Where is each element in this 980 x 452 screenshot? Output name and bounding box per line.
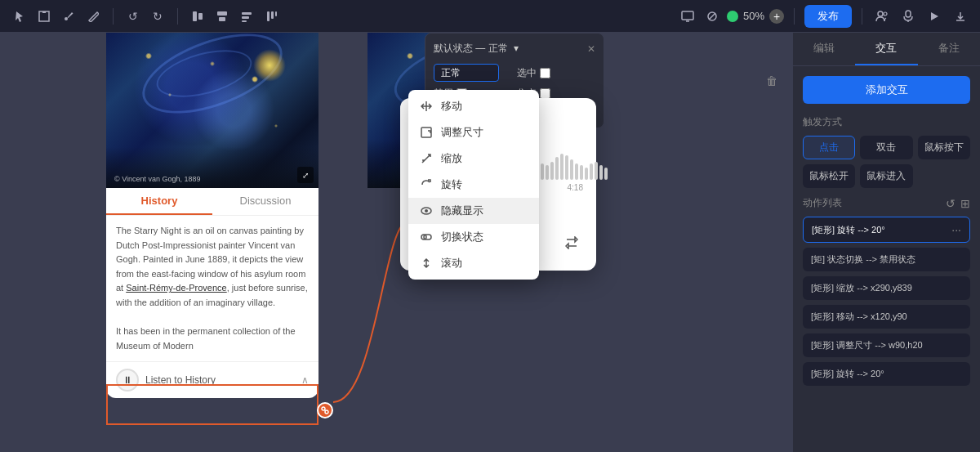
state-selected-item: 选中 (517, 64, 595, 82)
expand-button[interactable]: ⤢ (297, 167, 314, 183)
trigger-mouse-enter[interactable]: 鼠标进入 (860, 164, 912, 188)
sidebar-tabs: 编辑 交互 备注 (793, 33, 980, 66)
action-label-2: [矩形] 缩放 --> x290,y839 (811, 282, 912, 294)
sep1 (113, 8, 114, 25)
audio-label: Listen to History (145, 374, 295, 386)
state-header: 默认状态 — 正常 ▾ ✕ (434, 42, 595, 56)
action-item-5[interactable]: [矩形] 旋转 --> 20° (803, 362, 970, 386)
repeat-btn[interactable] (561, 231, 583, 254)
publish-button[interactable]: 发布 (804, 5, 852, 28)
action-item-0[interactable]: [矩形] 旋转 --> 20° ··· (803, 217, 970, 243)
ctx-move[interactable]: 移动 (408, 93, 539, 119)
phone-image-left: © Vincent van Gogh, 1889 ⤢ (106, 33, 318, 188)
canvas[interactable]: © Vincent van Gogh, 1889 ⤢ History Discu… (0, 33, 792, 452)
svg-point-2 (65, 17, 68, 20)
sidebar-content: 添加交互 触发方式 🗑 点击 双击 鼠标按下 鼠标松开 鼠标进入 (793, 66, 980, 452)
users-icon[interactable] (872, 7, 892, 26)
sep3 (794, 8, 795, 25)
svg-point-16 (884, 12, 887, 16)
preview-icon[interactable] (702, 7, 722, 26)
trigger-grid: 点击 双击 鼠标按下 鼠标松开 鼠标进入 (803, 136, 970, 188)
context-menu: 移动 调整尺寸 缩放 旋转 (408, 90, 539, 280)
action-label-0: [矩形] 旋转 --> 20° (812, 224, 885, 236)
tab-interact[interactable]: 交互 (855, 33, 917, 65)
svg-rect-12 (275, 11, 277, 16)
ctx-rotate[interactable]: 旋转 (408, 172, 539, 198)
state-dropdown-icon[interactable]: ▾ (514, 43, 519, 54)
align-tool-2[interactable] (212, 7, 232, 26)
audio-play-button[interactable]: ⏸ (116, 369, 139, 392)
state-normal-item (434, 64, 512, 82)
svg-rect-22 (421, 128, 431, 137)
scale-icon (420, 152, 433, 165)
trigger-section-label: 触发方式 (803, 115, 970, 129)
undo-btn[interactable]: ↺ (123, 7, 143, 26)
add-interact-button[interactable]: 添加交互 (803, 76, 970, 104)
align-tool-3[interactable] (237, 7, 256, 26)
frame-tool[interactable] (34, 7, 54, 26)
expand-action-icon[interactable]: ⊞ (960, 197, 970, 210)
ctx-resize-label: 调整尺寸 (441, 125, 483, 140)
ctx-visibility-label: 隐藏显示 (441, 204, 483, 218)
action-item-2[interactable]: [矩形] 缩放 --> x290,y839 (803, 276, 970, 300)
history-group: ↺ ↻ (123, 7, 167, 26)
svg-rect-17 (906, 11, 911, 17)
action-item-4[interactable]: [矩形] 调整尺寸 --> w90,h20 (803, 333, 970, 357)
state-normal-input[interactable] (434, 64, 499, 82)
trigger-click[interactable]: 点击 (803, 136, 855, 159)
ctx-scroll[interactable]: 滚动 (408, 250, 539, 276)
image-caption: © Vincent van Gogh, 1889 (114, 175, 201, 183)
action-label-5: [矩形] 旋转 --> 20° (811, 368, 884, 380)
right-sidebar: 编辑 交互 备注 添加交互 触发方式 🗑 点击 双击 鼠标按下 鼠标松开 (792, 33, 980, 452)
trigger-mouse-down[interactable]: 鼠标按下 (918, 136, 970, 159)
draw-tool[interactable] (59, 7, 78, 26)
connector-link-dot[interactable] (317, 402, 333, 418)
state-selected-checkbox[interactable] (540, 68, 550, 78)
tab-edit[interactable]: 编辑 (793, 33, 855, 65)
zoom-plus-btn[interactable]: + (769, 9, 784, 24)
action-list: [矩形] 旋转 --> 20° ··· [矩] 状态切换 --> 禁用状态 [矩… (803, 217, 970, 386)
state-close-btn[interactable]: ✕ (587, 43, 595, 55)
svg-rect-11 (271, 11, 274, 19)
scroll-icon (420, 257, 433, 270)
ctx-visibility[interactable]: 隐藏显示 (408, 198, 539, 224)
tab-discussion[interactable]: Discussion (212, 188, 318, 215)
more-icon-0[interactable]: ··· (951, 223, 961, 236)
trigger-mouse-up[interactable]: 鼠标松开 (803, 164, 855, 188)
download-icon[interactable] (951, 7, 970, 26)
main-area: © Vincent van Gogh, 1889 ⤢ History Discu… (0, 33, 980, 452)
action-item-3[interactable]: [矩形] 移动 --> x120,y90 (803, 305, 970, 329)
action-label-3: [矩形] 移动 --> x120,y90 (811, 311, 907, 323)
screen-icon[interactable] (678, 7, 697, 26)
toggle-icon (420, 230, 433, 244)
tab-note[interactable]: 备注 (918, 33, 980, 65)
align-tool-1[interactable] (188, 7, 207, 26)
ctx-toggle-state[interactable]: 切换状态 (408, 224, 539, 250)
tab-history[interactable]: History (106, 188, 212, 215)
mic-icon[interactable] (898, 7, 918, 26)
action-item-1[interactable]: [矩] 状态切换 --> 禁用状态 (803, 248, 970, 271)
svg-point-15 (878, 11, 883, 16)
state-title: 默认状态 — 正常 ▾ (434, 42, 519, 56)
pen-tool[interactable] (83, 7, 103, 26)
redo-btn[interactable]: ↻ (148, 7, 167, 26)
select-tool[interactable] (10, 7, 29, 26)
align-tool-4[interactable] (261, 7, 281, 26)
trigger-double-click[interactable]: 双击 (860, 136, 912, 159)
audio-bar[interactable]: ⏸ Listen to History ∧ (106, 361, 318, 398)
resize-icon (420, 126, 433, 139)
ctx-scale[interactable]: 缩放 (408, 145, 539, 172)
state-selected-label: 选中 (517, 66, 537, 80)
svg-line-21 (325, 410, 326, 411)
action-section-header: 动作列表 ↺ ⊞ (803, 196, 970, 210)
play-preview-icon[interactable] (924, 7, 944, 26)
ctx-resize[interactable]: 调整尺寸 (408, 119, 539, 145)
svg-rect-4 (198, 13, 203, 20)
refresh-action-icon[interactable]: ↺ (946, 197, 956, 210)
tool-group (10, 7, 103, 26)
svg-rect-10 (267, 11, 270, 21)
svg-point-24 (425, 209, 428, 213)
action-section-title: 动作列表 (803, 196, 842, 210)
action-label-1: [矩] 状态切换 --> 禁用状态 (811, 253, 915, 266)
action-label-4: [矩形] 调整尺寸 --> w90,h20 (811, 339, 923, 351)
